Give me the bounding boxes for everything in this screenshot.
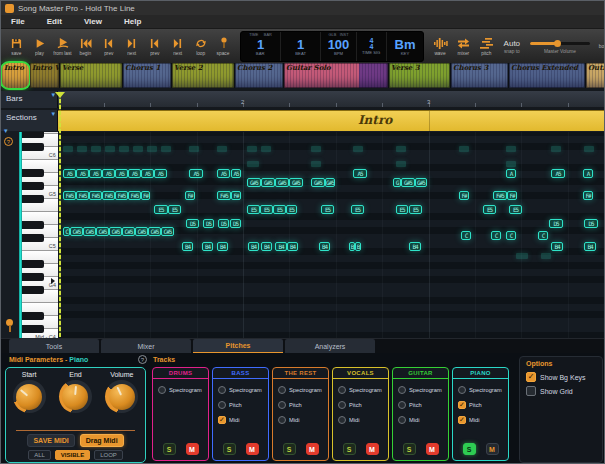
menu-edit[interactable]: Edit (47, 17, 62, 26)
midi-note[interactable]: F#5 (89, 191, 102, 200)
midi-note[interactable]: F#5 (115, 191, 128, 200)
toolbar-button-space[interactable]: space (213, 37, 234, 56)
track-option-spectrogram[interactable]: Spectrogram (213, 386, 268, 394)
solo-button[interactable]: S (463, 443, 476, 455)
checkbox-show-bg-keys[interactable]: ✓ (526, 372, 536, 382)
checkbox-midi[interactable] (278, 416, 286, 424)
midi-note[interactable]: A5 (231, 169, 241, 178)
midi-note[interactable]: C (506, 231, 516, 240)
checkbox-midi[interactable]: ✓ (458, 416, 466, 424)
midi-note-faint[interactable] (551, 146, 561, 152)
midi-note[interactable]: E5 (396, 205, 408, 214)
midi-note[interactable]: B4 (584, 242, 596, 251)
midi-note[interactable]: F# (185, 191, 195, 200)
toolbar-button-next[interactable]: next (121, 37, 142, 56)
pin-icon[interactable] (6, 319, 13, 326)
midi-note[interactable]: A5 (102, 169, 115, 178)
piano-key-black[interactable] (22, 312, 44, 320)
midi-mode-loop[interactable]: LOOP (94, 450, 123, 460)
toolbar-button-prev[interactable]: prev (144, 37, 165, 56)
midi-note-faint[interactable] (541, 253, 551, 259)
checkbox-pitch[interactable] (218, 401, 226, 409)
chevron-down-icon[interactable]: ▾ (51, 110, 55, 118)
midi-note-faint[interactable] (91, 146, 101, 152)
checkbox-spectrogram[interactable] (338, 386, 346, 394)
midi-note[interactable]: A5 (89, 169, 102, 178)
midi-note[interactable]: B4 (248, 242, 259, 251)
track-option-spectrogram[interactable]: Spectrogram (153, 386, 208, 394)
midi-note[interactable]: A5 (353, 169, 367, 178)
section-chorus-extended[interactable]: Chorus Extended (509, 63, 585, 88)
section-chorus-2[interactable]: Chorus 2 (235, 63, 283, 88)
solo-button[interactable]: S (343, 443, 356, 455)
section-intro[interactable]: Intro (2, 63, 29, 88)
help-icon[interactable]: ? (138, 355, 147, 364)
midi-note[interactable]: F#5 (493, 191, 507, 200)
midi-note[interactable]: G#5 (261, 178, 275, 187)
mute-button[interactable]: M (246, 443, 259, 455)
tab-tools[interactable]: Tools (9, 339, 99, 354)
track-option-pitch[interactable]: ✓Pitch (453, 401, 508, 409)
chevron-down-icon[interactable]: ▾ (4, 127, 8, 135)
midi-note[interactable]: G#5 (275, 178, 289, 187)
midi-note-faint[interactable] (311, 146, 321, 152)
midi-note[interactable]: D5 (584, 219, 598, 228)
midi-note[interactable]: A5 (76, 169, 89, 178)
midi-note[interactable]: F# (583, 191, 593, 200)
midi-note[interactable]: A5 (141, 169, 154, 178)
section-chorus-1[interactable]: Chorus 1 (123, 63, 171, 88)
midi-note[interactable]: A (506, 169, 516, 178)
track-option-spectrogram[interactable]: Spectrogram (453, 386, 508, 394)
midi-note[interactable]: D5 (203, 219, 214, 228)
toolbar-button-wave[interactable]: wave (430, 37, 451, 56)
track-option-spectrogram[interactable]: Spectrogram (333, 386, 388, 394)
toolbar-button-save[interactable]: save (6, 37, 27, 56)
midi-note[interactable]: E5 (260, 205, 273, 214)
checkbox-midi[interactable] (398, 416, 406, 424)
solo-button[interactable]: S (163, 443, 176, 455)
menu-view[interactable]: View (84, 17, 102, 26)
midi-note[interactable]: D5 (230, 219, 241, 228)
checkbox-spectrogram[interactable] (158, 386, 166, 394)
option-show-grid[interactable]: Show Grid (526, 386, 602, 396)
midi-mode-all[interactable]: ALL (28, 450, 51, 460)
piano-key-black[interactable] (22, 273, 44, 281)
midi-note[interactable]: A5 (217, 169, 230, 178)
midi-note-faint[interactable] (584, 146, 594, 152)
sections-row-label[interactable]: Sections ▾ (1, 110, 58, 131)
midi-note[interactable]: D5 (549, 219, 563, 228)
midi-note-faint[interactable] (217, 146, 227, 152)
midi-note[interactable]: B4 (287, 242, 298, 251)
knob-dial[interactable] (109, 384, 135, 410)
toolbar-button-next[interactable]: next (167, 37, 188, 56)
midi-note-faint[interactable] (161, 146, 171, 152)
drag-midi-button[interactable]: Drag Midi (80, 434, 124, 447)
section-verse-3[interactable]: Verse 3 (389, 63, 450, 88)
midi-note[interactable]: E5 (483, 205, 496, 214)
midi-note[interactable]: F# (141, 191, 150, 200)
piano-key-black[interactable] (22, 195, 44, 203)
midi-note[interactable]: G#5 (415, 178, 427, 187)
piano-key-black[interactable] (22, 260, 44, 268)
midi-note[interactable]: F#5 (128, 191, 141, 200)
midi-note-faint[interactable] (353, 146, 363, 152)
track-option-pitch[interactable]: Pitch (333, 401, 388, 409)
midi-note[interactable]: G#5 (401, 178, 415, 187)
midi-note-faint[interactable] (147, 146, 157, 152)
midi-note[interactable]: D5 (218, 219, 229, 228)
midi-note[interactable]: C (538, 231, 548, 240)
midi-note[interactable]: F#5 (76, 191, 89, 200)
midi-note-faint[interactable] (247, 161, 259, 167)
solo-button[interactable]: S (403, 443, 416, 455)
midi-note[interactable]: F# (459, 191, 469, 200)
dock-button-bottom[interactable]: bottom (597, 43, 605, 49)
knob-dial[interactable] (62, 384, 88, 410)
midi-note[interactable]: B4 (275, 242, 287, 251)
knob-dial[interactable] (16, 384, 42, 410)
bars-row-label[interactable]: Bars ▾ (1, 91, 58, 108)
midi-note[interactable]: B4 (202, 242, 213, 251)
midi-note[interactable]: G#5 (325, 178, 335, 187)
piano-key-black[interactable] (22, 221, 44, 229)
midi-mode-visible[interactable]: VISIBLE (55, 450, 90, 460)
midi-note[interactable]: A5 (63, 169, 76, 178)
